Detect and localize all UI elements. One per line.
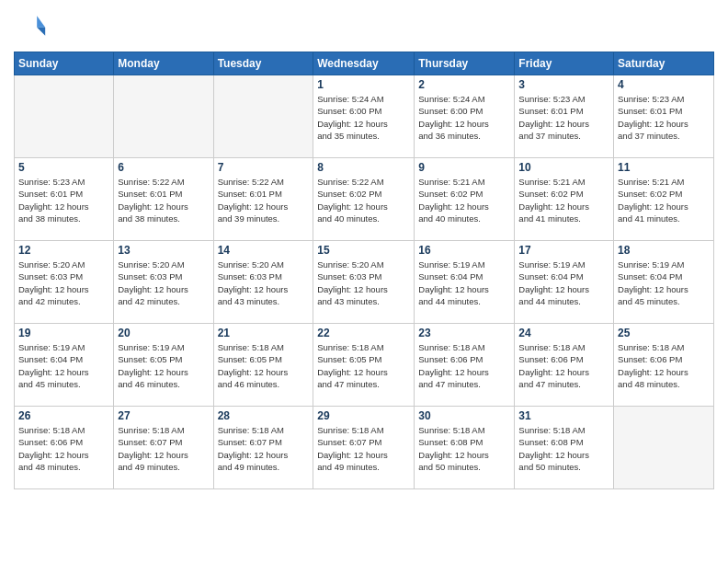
weekday-header-sunday: Sunday [15,52,114,75]
calendar-cell: 11Sunrise: 5:21 AM Sunset: 6:02 PM Dayli… [614,158,714,241]
calendar-cell: 13Sunrise: 5:20 AM Sunset: 6:03 PM Dayli… [114,241,213,324]
weekday-header-saturday: Saturday [614,52,714,75]
calendar: SundayMondayTuesdayWednesdayThursdayFrid… [14,52,714,489]
day-info: Sunrise: 5:18 AM Sunset: 6:06 PM Dayligh… [618,341,710,390]
calendar-cell: 29Sunrise: 5:18 AM Sunset: 6:07 PM Dayli… [313,407,415,489]
calendar-cell: 12Sunrise: 5:20 AM Sunset: 6:03 PM Dayli… [15,241,114,324]
day-number: 11 [618,161,710,174]
calendar-cell: 14Sunrise: 5:20 AM Sunset: 6:03 PM Dayli… [213,241,313,324]
day-info: Sunrise: 5:18 AM Sunset: 6:07 PM Dayligh… [118,424,209,473]
calendar-cell: 10Sunrise: 5:21 AM Sunset: 6:02 PM Dayli… [515,158,614,241]
calendar-cell: 16Sunrise: 5:19 AM Sunset: 6:04 PM Dayli… [415,241,515,324]
day-info: Sunrise: 5:18 AM Sunset: 6:08 PM Dayligh… [518,424,609,473]
day-number: 21 [218,327,310,339]
calendar-cell [15,75,114,158]
calendar-cell: 3Sunrise: 5:23 AM Sunset: 6:01 PM Daylig… [515,75,614,158]
day-number: 5 [18,161,109,174]
day-info: Sunrise: 5:23 AM Sunset: 6:01 PM Dayligh… [518,93,609,142]
day-info: Sunrise: 5:18 AM Sunset: 6:06 PM Dayligh… [518,341,609,390]
calendar-cell: 6Sunrise: 5:22 AM Sunset: 6:01 PM Daylig… [114,158,213,241]
week-row-4: 26Sunrise: 5:18 AM Sunset: 6:06 PM Dayli… [15,407,714,489]
calendar-cell: 4Sunrise: 5:23 AM Sunset: 6:01 PM Daylig… [614,75,714,158]
day-info: Sunrise: 5:18 AM Sunset: 6:08 PM Dayligh… [418,424,510,473]
day-number: 30 [418,409,510,422]
day-info: Sunrise: 5:24 AM Sunset: 6:00 PM Dayligh… [317,93,410,142]
day-info: Sunrise: 5:18 AM Sunset: 6:05 PM Dayligh… [218,341,310,390]
day-info: Sunrise: 5:19 AM Sunset: 6:04 PM Dayligh… [518,259,609,307]
day-number: 9 [418,161,510,174]
calendar-cell: 7Sunrise: 5:22 AM Sunset: 6:01 PM Daylig… [213,158,313,241]
calendar-cell [114,75,213,158]
day-info: Sunrise: 5:20 AM Sunset: 6:03 PM Dayligh… [218,259,310,307]
day-number: 14 [218,244,310,257]
day-info: Sunrise: 5:23 AM Sunset: 6:01 PM Dayligh… [618,93,710,142]
weekday-header-thursday: Thursday [415,52,515,75]
calendar-cell: 23Sunrise: 5:18 AM Sunset: 6:06 PM Dayli… [415,324,515,407]
day-number: 13 [118,244,209,257]
day-number: 4 [618,78,710,91]
day-number: 27 [118,409,209,422]
day-number: 23 [418,327,510,339]
day-number: 2 [418,78,510,91]
week-row-1: 5Sunrise: 5:23 AM Sunset: 6:01 PM Daylig… [15,158,714,241]
day-number: 12 [18,244,109,257]
calendar-cell: 17Sunrise: 5:19 AM Sunset: 6:04 PM Dayli… [515,241,614,324]
calendar-cell: 31Sunrise: 5:18 AM Sunset: 6:08 PM Dayli… [515,407,614,489]
day-number: 18 [618,244,710,257]
day-number: 26 [18,409,109,422]
calendar-cell [213,75,313,158]
weekday-header-row: SundayMondayTuesdayWednesdayThursdayFrid… [15,52,714,75]
day-info: Sunrise: 5:18 AM Sunset: 6:07 PM Dayligh… [218,424,310,473]
logo-icon [14,9,47,42]
calendar-cell: 2Sunrise: 5:24 AM Sunset: 6:00 PM Daylig… [415,75,515,158]
day-info: Sunrise: 5:19 AM Sunset: 6:05 PM Dayligh… [118,341,209,390]
day-info: Sunrise: 5:22 AM Sunset: 6:02 PM Dayligh… [317,176,410,224]
calendar-cell: 5Sunrise: 5:23 AM Sunset: 6:01 PM Daylig… [15,158,114,241]
calendar-cell: 25Sunrise: 5:18 AM Sunset: 6:06 PM Dayli… [614,324,714,407]
day-info: Sunrise: 5:19 AM Sunset: 6:04 PM Dayligh… [618,259,710,307]
day-info: Sunrise: 5:19 AM Sunset: 6:04 PM Dayligh… [18,341,109,390]
day-info: Sunrise: 5:23 AM Sunset: 6:01 PM Dayligh… [18,176,109,224]
week-row-2: 12Sunrise: 5:20 AM Sunset: 6:03 PM Dayli… [15,241,714,324]
day-number: 6 [118,161,209,174]
day-info: Sunrise: 5:20 AM Sunset: 6:03 PM Dayligh… [317,259,410,307]
day-info: Sunrise: 5:18 AM Sunset: 6:07 PM Dayligh… [317,424,410,473]
calendar-cell: 15Sunrise: 5:20 AM Sunset: 6:03 PM Dayli… [313,241,415,324]
svg-marker-1 [37,28,45,36]
calendar-cell [614,407,714,489]
day-info: Sunrise: 5:19 AM Sunset: 6:04 PM Dayligh… [418,259,510,307]
day-number: 3 [518,78,609,91]
weekday-header-tuesday: Tuesday [213,52,313,75]
calendar-cell: 22Sunrise: 5:18 AM Sunset: 6:05 PM Dayli… [313,324,415,407]
day-info: Sunrise: 5:21 AM Sunset: 6:02 PM Dayligh… [418,176,510,224]
day-number: 22 [317,327,410,339]
day-number: 1 [317,78,410,91]
day-number: 15 [317,244,410,257]
header [14,9,714,42]
calendar-cell: 28Sunrise: 5:18 AM Sunset: 6:07 PM Dayli… [213,407,313,489]
day-info: Sunrise: 5:20 AM Sunset: 6:03 PM Dayligh… [18,259,109,307]
day-info: Sunrise: 5:22 AM Sunset: 6:01 PM Dayligh… [118,176,209,224]
svg-marker-0 [37,16,45,28]
calendar-cell: 1Sunrise: 5:24 AM Sunset: 6:00 PM Daylig… [313,75,415,158]
calendar-cell: 27Sunrise: 5:18 AM Sunset: 6:07 PM Dayli… [114,407,213,489]
calendar-cell: 19Sunrise: 5:19 AM Sunset: 6:04 PM Dayli… [15,324,114,407]
day-number: 20 [118,327,209,339]
calendar-cell: 20Sunrise: 5:19 AM Sunset: 6:05 PM Dayli… [114,324,213,407]
day-info: Sunrise: 5:18 AM Sunset: 6:06 PM Dayligh… [418,341,510,390]
day-info: Sunrise: 5:18 AM Sunset: 6:05 PM Dayligh… [317,341,410,390]
day-number: 7 [218,161,310,174]
calendar-cell: 26Sunrise: 5:18 AM Sunset: 6:06 PM Dayli… [15,407,114,489]
week-row-0: 1Sunrise: 5:24 AM Sunset: 6:00 PM Daylig… [15,75,714,158]
weekday-header-wednesday: Wednesday [313,52,415,75]
calendar-cell: 8Sunrise: 5:22 AM Sunset: 6:02 PM Daylig… [313,158,415,241]
day-info: Sunrise: 5:21 AM Sunset: 6:02 PM Dayligh… [518,176,609,224]
day-number: 10 [518,161,609,174]
calendar-cell: 24Sunrise: 5:18 AM Sunset: 6:06 PM Dayli… [515,324,614,407]
calendar-cell: 9Sunrise: 5:21 AM Sunset: 6:02 PM Daylig… [415,158,515,241]
day-number: 24 [518,327,609,339]
calendar-cell: 21Sunrise: 5:18 AM Sunset: 6:05 PM Dayli… [213,324,313,407]
calendar-cell: 18Sunrise: 5:19 AM Sunset: 6:04 PM Dayli… [614,241,714,324]
page: SundayMondayTuesdayWednesdayThursdayFrid… [0,0,728,563]
day-number: 8 [317,161,410,174]
